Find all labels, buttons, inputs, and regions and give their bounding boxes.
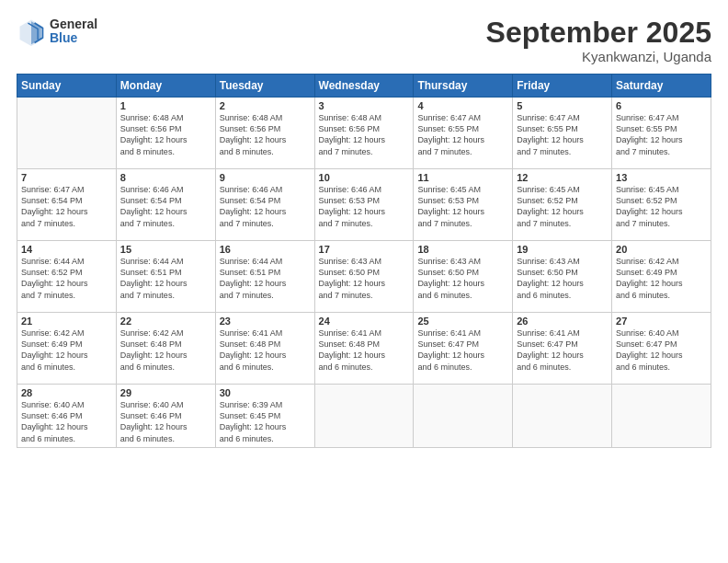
day-number: 4 [417,100,508,111]
day-info: Sunrise: 6:45 AM Sunset: 6:53 PM Dayligh… [417,184,508,229]
day-cell: 27Sunrise: 6:40 AM Sunset: 6:47 PM Dayli… [612,313,711,385]
day-cell: 14Sunrise: 6:44 AM Sunset: 6:52 PM Dayli… [17,241,117,313]
calendar-title: September 2025 [486,17,711,49]
day-info: Sunrise: 6:47 AM Sunset: 6:54 PM Dayligh… [21,184,112,229]
day-info: Sunrise: 6:43 AM Sunset: 6:50 PM Dayligh… [517,256,608,301]
week-row-3: 14Sunrise: 6:44 AM Sunset: 6:52 PM Dayli… [17,241,711,313]
logo-text: General Blue [50,17,97,46]
day-number: 27 [616,316,707,327]
day-number: 17 [319,244,410,255]
day-number: 2 [220,100,311,111]
day-info: Sunrise: 6:41 AM Sunset: 6:48 PM Dayligh… [220,327,311,373]
day-cell: 19Sunrise: 6:43 AM Sunset: 6:50 PM Dayli… [513,241,612,313]
day-number: 15 [120,244,211,255]
day-number: 24 [319,316,410,327]
day-number: 28 [21,387,112,398]
day-info: Sunrise: 6:43 AM Sunset: 6:50 PM Dayligh… [319,256,410,301]
day-info: Sunrise: 6:45 AM Sunset: 6:52 PM Dayligh… [517,184,608,229]
day-info: Sunrise: 6:47 AM Sunset: 6:55 PM Dayligh… [417,112,508,157]
day-number: 29 [120,387,211,398]
day-info: Sunrise: 6:40 AM Sunset: 6:47 PM Dayligh… [616,327,707,373]
day-cell: 24Sunrise: 6:41 AM Sunset: 6:48 PM Dayli… [314,313,414,385]
day-number: 18 [417,244,508,255]
day-cell [17,98,117,169]
day-cell: 7Sunrise: 6:47 AM Sunset: 6:54 PM Daylig… [17,169,117,241]
day-info: Sunrise: 6:48 AM Sunset: 6:56 PM Dayligh… [319,112,410,157]
day-cell: 1Sunrise: 6:48 AM Sunset: 6:56 PM Daylig… [116,98,215,169]
day-info: Sunrise: 6:42 AM Sunset: 6:49 PM Dayligh… [616,256,707,301]
day-cell: 16Sunrise: 6:44 AM Sunset: 6:51 PM Dayli… [215,241,314,313]
day-info: Sunrise: 6:44 AM Sunset: 6:52 PM Dayligh… [21,256,112,301]
week-row-4: 21Sunrise: 6:42 AM Sunset: 6:49 PM Dayli… [17,313,711,385]
day-info: Sunrise: 6:46 AM Sunset: 6:54 PM Dayligh… [220,184,311,229]
day-info: Sunrise: 6:48 AM Sunset: 6:56 PM Dayligh… [120,112,211,157]
day-cell: 10Sunrise: 6:46 AM Sunset: 6:53 PM Dayli… [314,169,414,241]
day-number: 9 [220,172,311,183]
day-number: 30 [220,387,311,398]
day-info: Sunrise: 6:40 AM Sunset: 6:46 PM Dayligh… [21,399,112,444]
week-row-2: 7Sunrise: 6:47 AM Sunset: 6:54 PM Daylig… [17,169,711,241]
day-cell [612,385,711,448]
day-info: Sunrise: 6:41 AM Sunset: 6:48 PM Dayligh… [319,327,410,373]
day-cell: 15Sunrise: 6:44 AM Sunset: 6:51 PM Dayli… [116,241,215,313]
col-friday: Friday [513,75,612,98]
day-cell: 26Sunrise: 6:41 AM Sunset: 6:47 PM Dayli… [513,313,612,385]
page: General Blue September 2025 Kyankwanzi, … [0,0,728,563]
day-cell: 2Sunrise: 6:48 AM Sunset: 6:56 PM Daylig… [215,98,314,169]
day-number: 12 [517,172,608,183]
header-row: Sunday Monday Tuesday Wednesday Thursday… [17,75,711,98]
day-number: 1 [120,100,211,111]
day-cell: 3Sunrise: 6:48 AM Sunset: 6:56 PM Daylig… [314,98,414,169]
day-info: Sunrise: 6:47 AM Sunset: 6:55 PM Dayligh… [517,112,608,157]
day-number: 3 [319,100,410,111]
day-number: 20 [616,244,707,255]
day-info: Sunrise: 6:45 AM Sunset: 6:52 PM Dayligh… [616,184,707,229]
day-number: 10 [319,172,410,183]
day-info: Sunrise: 6:44 AM Sunset: 6:51 PM Dayligh… [220,256,311,301]
day-number: 11 [417,172,508,183]
day-number: 5 [517,100,608,111]
day-number: 26 [517,316,608,327]
day-info: Sunrise: 6:46 AM Sunset: 6:54 PM Dayligh… [120,184,211,229]
day-cell: 22Sunrise: 6:42 AM Sunset: 6:48 PM Dayli… [116,313,215,385]
day-cell: 12Sunrise: 6:45 AM Sunset: 6:52 PM Dayli… [513,169,612,241]
day-cell [513,385,612,448]
col-saturday: Saturday [612,75,711,98]
day-cell: 4Sunrise: 6:47 AM Sunset: 6:55 PM Daylig… [414,98,513,169]
day-cell: 28Sunrise: 6:40 AM Sunset: 6:46 PM Dayli… [17,385,117,448]
day-info: Sunrise: 6:46 AM Sunset: 6:53 PM Dayligh… [319,184,410,229]
day-number: 19 [517,244,608,255]
day-cell: 30Sunrise: 6:39 AM Sunset: 6:45 PM Dayli… [215,385,314,448]
day-cell: 17Sunrise: 6:43 AM Sunset: 6:50 PM Dayli… [314,241,414,313]
calendar-subtitle: Kyankwanzi, Uganda [486,49,711,64]
day-info: Sunrise: 6:47 AM Sunset: 6:55 PM Dayligh… [616,112,707,157]
day-cell: 8Sunrise: 6:46 AM Sunset: 6:54 PM Daylig… [116,169,215,241]
day-number: 22 [120,316,211,327]
day-cell [414,385,513,448]
col-thursday: Thursday [414,75,513,98]
day-cell: 13Sunrise: 6:45 AM Sunset: 6:52 PM Dayli… [612,169,711,241]
day-number: 23 [220,316,311,327]
day-info: Sunrise: 6:41 AM Sunset: 6:47 PM Dayligh… [517,327,608,373]
day-cell: 11Sunrise: 6:45 AM Sunset: 6:53 PM Dayli… [414,169,513,241]
day-info: Sunrise: 6:41 AM Sunset: 6:47 PM Dayligh… [417,327,508,373]
day-info: Sunrise: 6:44 AM Sunset: 6:51 PM Dayligh… [120,256,211,301]
day-number: 7 [21,172,112,183]
week-row-1: 1Sunrise: 6:48 AM Sunset: 6:56 PM Daylig… [17,98,711,169]
col-tuesday: Tuesday [215,75,314,98]
day-info: Sunrise: 6:40 AM Sunset: 6:46 PM Dayligh… [120,399,211,444]
day-number: 16 [220,244,311,255]
day-cell: 20Sunrise: 6:42 AM Sunset: 6:49 PM Dayli… [612,241,711,313]
col-sunday: Sunday [17,75,117,98]
day-number: 21 [21,316,112,327]
calendar-table: Sunday Monday Tuesday Wednesday Thursday… [17,74,711,448]
logo-blue: Blue [50,31,97,45]
day-info: Sunrise: 6:42 AM Sunset: 6:49 PM Dayligh… [21,327,112,373]
day-cell [314,385,414,448]
day-number: 6 [616,100,707,111]
day-cell: 18Sunrise: 6:43 AM Sunset: 6:50 PM Dayli… [414,241,513,313]
day-number: 13 [616,172,707,183]
day-cell: 23Sunrise: 6:41 AM Sunset: 6:48 PM Dayli… [215,313,314,385]
day-number: 25 [417,316,508,327]
day-number: 8 [120,172,211,183]
